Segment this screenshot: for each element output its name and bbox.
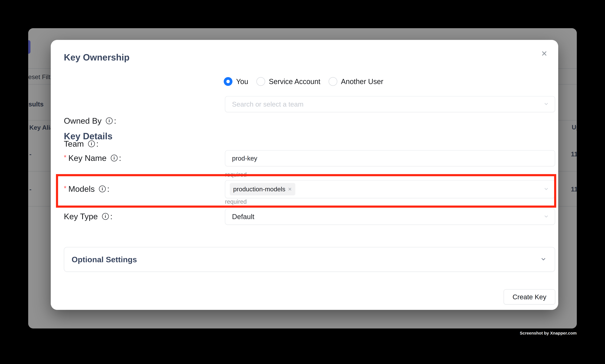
radio-label: You — [236, 78, 248, 86]
key-name-label-text: Key Name — [68, 153, 107, 163]
owned-by-label: Owned By i : — [64, 116, 116, 126]
watermark-text: Screenshot by Xnapper.com — [520, 331, 577, 336]
optional-settings-title: Optional Settings — [72, 255, 137, 264]
screenshot-canvas: eset Filt sults Key Alia Up - 11/ - 11/ … — [0, 0, 605, 364]
radio-label: Another User — [341, 78, 383, 86]
owned-by-radio-group: You Service Account Another User — [224, 77, 383, 86]
info-icon[interactable]: i — [106, 117, 113, 124]
annotation-highlight-rect — [56, 174, 556, 208]
owned-by-label-text: Owned By — [64, 116, 102, 126]
chevron-down-icon — [543, 213, 549, 220]
radio-selected-icon[interactable] — [224, 77, 232, 86]
section-title-key-details: Key Details — [64, 131, 113, 142]
radio-option-you[interactable]: You — [224, 77, 248, 86]
key-name-input[interactable] — [225, 150, 555, 166]
key-type-select-value: Default — [232, 213, 254, 221]
label-colon: : — [110, 212, 113, 221]
radio-option-service-account[interactable]: Service Account — [257, 77, 320, 86]
info-icon[interactable]: i — [111, 155, 117, 161]
key-type-label: Key Type i : — [64, 212, 113, 221]
label-colon: : — [119, 153, 121, 163]
required-star: * — [64, 154, 66, 161]
create-key-button[interactable]: Create Key — [504, 289, 555, 304]
team-select-placeholder: Search or select a team — [232, 100, 304, 108]
key-type-label-text: Key Type — [64, 212, 98, 221]
key-type-select[interactable]: Default — [225, 209, 555, 225]
close-icon[interactable]: ✕ — [539, 49, 549, 59]
radio-unselected-icon[interactable] — [257, 77, 265, 86]
team-select[interactable]: Search or select a team — [225, 96, 555, 112]
key-name-label: * Key Name i : — [64, 153, 121, 163]
radio-option-another-user[interactable]: Another User — [329, 77, 383, 86]
chevron-down-icon[interactable] — [540, 256, 547, 263]
info-icon[interactable]: i — [102, 213, 109, 220]
section-title-key-ownership: Key Ownership — [64, 52, 129, 63]
label-colon: : — [114, 116, 116, 126]
optional-settings-panel[interactable]: Optional Settings — [64, 247, 555, 272]
chevron-down-icon — [543, 101, 549, 107]
radio-label: Service Account — [269, 78, 320, 86]
radio-unselected-icon[interactable] — [329, 77, 337, 86]
